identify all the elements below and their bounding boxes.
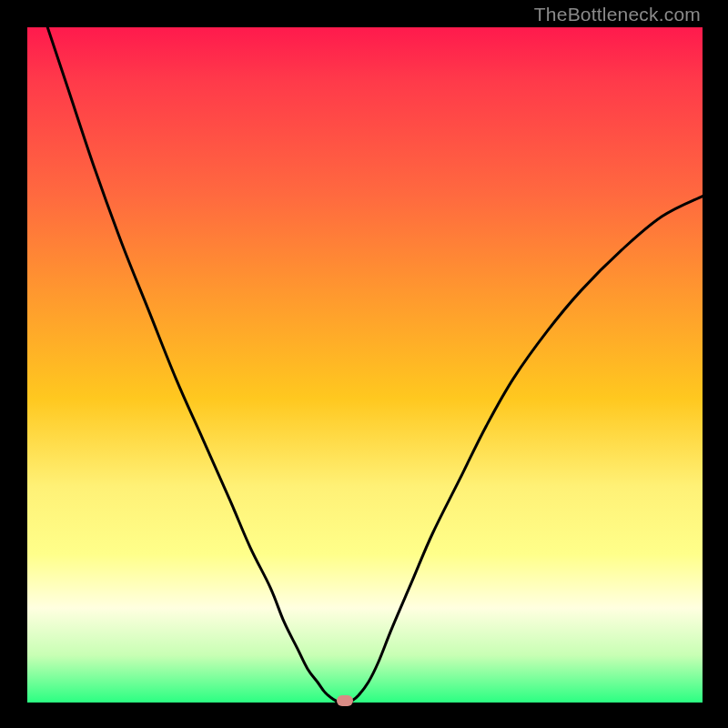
plot-area [27,27,703,703]
curve-left-branch [47,27,337,702]
chart-frame: TheBottleneck.com [0,0,728,728]
watermark-text: TheBottleneck.com [534,4,701,25]
minimum-marker [337,695,353,706]
curve-layer [27,27,703,703]
curve-right-branch [351,197,703,702]
